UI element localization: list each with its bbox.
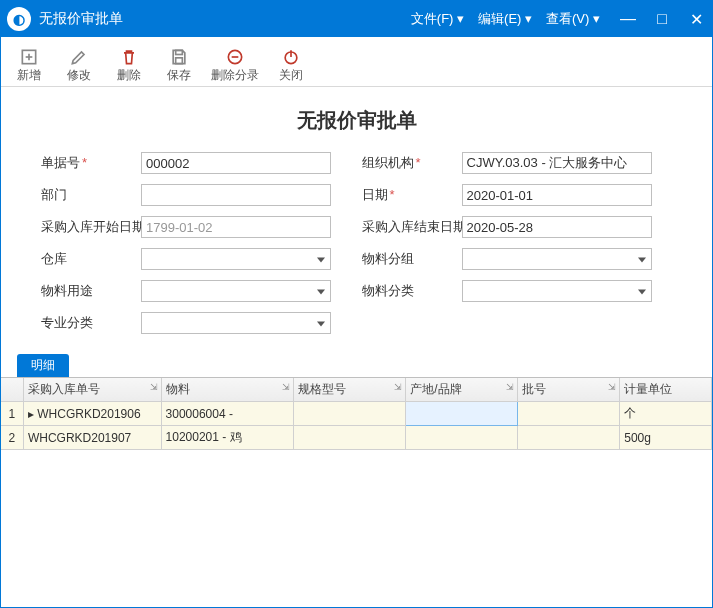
col-origin[interactable]: 产地/品牌⇲ xyxy=(406,378,518,402)
row-number: 1 xyxy=(1,402,23,426)
close-window-button[interactable]: ✕ xyxy=(686,10,706,29)
col-rownum[interactable] xyxy=(1,378,23,402)
cell-unit[interactable]: 个 xyxy=(620,402,712,426)
pin-icon: ⇲ xyxy=(282,382,290,392)
svg-rect-3 xyxy=(176,50,183,54)
pin-icon: ⇲ xyxy=(506,382,514,392)
app-window: ◐ 无报价审批单 文件(F) ▾ 编辑(E) ▾ 查看(V) ▾ — □ ✕ 新… xyxy=(0,0,713,608)
label-dept: 部门 xyxy=(41,186,141,204)
detail-grid: 采购入库单号⇲ 物料⇲ 规格型号⇲ 产地/品牌⇲ 批号⇲ 计量单位 1 ▸ WH… xyxy=(1,377,712,450)
menu-view[interactable]: 查看(V) ▾ xyxy=(546,10,600,28)
label-purchase-end: 采购入库结束日期 xyxy=(362,218,462,236)
form: 单据号* 000002 组织机构* CJWY.03.03 - 汇大服务中心 部门… xyxy=(1,152,712,334)
cell-batch[interactable] xyxy=(518,426,620,450)
label-material-group: 物料分组 xyxy=(362,250,462,268)
cell-material[interactable]: 10200201 - 鸡 xyxy=(161,426,294,450)
minimize-button[interactable]: — xyxy=(618,10,638,29)
col-purchase-doc[interactable]: 采购入库单号⇲ xyxy=(23,378,161,402)
remove-row-icon xyxy=(225,47,245,67)
cell-spec[interactable] xyxy=(294,402,406,426)
save-button[interactable]: 保存 xyxy=(161,47,197,84)
pin-icon: ⇲ xyxy=(150,382,158,392)
new-button[interactable]: 新增 xyxy=(11,47,47,84)
toolbar: 新增 修改 删除 保存 删除分录 关闭 xyxy=(1,37,712,87)
input-dept[interactable] xyxy=(141,184,331,206)
label-spec-cat: 专业分类 xyxy=(41,314,141,332)
menu-file[interactable]: 文件(F) ▾ xyxy=(411,10,464,28)
cell-purchase-doc[interactable]: ▸ WHCGRKD201906 xyxy=(23,402,161,426)
label-org: 组织机构* xyxy=(362,154,462,172)
delete-entry-button[interactable]: 删除分录 xyxy=(211,47,259,84)
label-warehouse: 仓库 xyxy=(41,250,141,268)
input-org[interactable]: CJWY.03.03 - 汇大服务中心 xyxy=(462,152,652,174)
cell-batch[interactable] xyxy=(518,402,620,426)
power-icon xyxy=(281,47,301,67)
close-button[interactable]: 关闭 xyxy=(273,47,309,84)
table-row[interactable]: 1 ▸ WHCGRKD201906 300006004 - 个 xyxy=(1,402,712,426)
delete-button[interactable]: 删除 xyxy=(111,47,147,84)
col-material[interactable]: 物料⇲ xyxy=(161,378,294,402)
trash-icon xyxy=(119,47,139,67)
select-material-use[interactable] xyxy=(141,280,331,302)
cell-spec[interactable] xyxy=(294,426,406,450)
window-controls: — □ ✕ xyxy=(618,10,706,29)
title-bar: ◐ 无报价审批单 文件(F) ▾ 编辑(E) ▾ 查看(V) ▾ — □ ✕ xyxy=(1,1,712,37)
row-number: 2 xyxy=(1,426,23,450)
pencil-icon xyxy=(69,47,89,67)
col-spec[interactable]: 规格型号⇲ xyxy=(294,378,406,402)
cell-origin[interactable] xyxy=(406,402,518,426)
input-date[interactable]: 2020-01-01 xyxy=(462,184,652,206)
window-title: 无报价审批单 xyxy=(39,10,123,28)
save-icon xyxy=(169,47,189,67)
select-material-cat[interactable] xyxy=(462,280,652,302)
label-material-use: 物料用途 xyxy=(41,282,141,300)
app-icon: ◐ xyxy=(7,7,31,31)
cell-unit[interactable]: 500g xyxy=(620,426,712,450)
label-material-cat: 物料分类 xyxy=(362,282,462,300)
input-purchase-end[interactable]: 2020-05-28 xyxy=(462,216,652,238)
select-material-group[interactable] xyxy=(462,248,652,270)
svg-rect-4 xyxy=(176,58,183,64)
cell-purchase-doc[interactable]: WHCGRKD201907 xyxy=(23,426,161,450)
menu-bar: 文件(F) ▾ 编辑(E) ▾ 查看(V) ▾ xyxy=(411,10,600,28)
maximize-button[interactable]: □ xyxy=(652,10,672,29)
page-title: 无报价审批单 xyxy=(1,107,712,134)
label-purchase-start: 采购入库开始日期 xyxy=(41,218,141,236)
pin-icon: ⇲ xyxy=(608,382,616,392)
table-row[interactable]: 2 WHCGRKD201907 10200201 - 鸡 500g xyxy=(1,426,712,450)
cell-material[interactable]: 300006004 - xyxy=(161,402,294,426)
menu-edit[interactable]: 编辑(E) ▾ xyxy=(478,10,532,28)
col-batch[interactable]: 批号⇲ xyxy=(518,378,620,402)
pin-icon: ⇲ xyxy=(394,382,402,392)
content-area: 无报价审批单 单据号* 000002 组织机构* CJWY.03.03 - 汇大… xyxy=(1,87,712,607)
input-doc-no[interactable]: 000002 xyxy=(141,152,331,174)
col-unit[interactable]: 计量单位 xyxy=(620,378,712,402)
tab-bar: 明细 xyxy=(1,354,712,377)
input-purchase-start[interactable]: 1799-01-02 xyxy=(141,216,331,238)
cell-origin[interactable] xyxy=(406,426,518,450)
label-doc-no: 单据号* xyxy=(41,154,141,172)
select-spec-cat[interactable] xyxy=(141,312,331,334)
modify-button[interactable]: 修改 xyxy=(61,47,97,84)
plus-icon xyxy=(19,47,39,67)
grid-header-row: 采购入库单号⇲ 物料⇲ 规格型号⇲ 产地/品牌⇲ 批号⇲ 计量单位 xyxy=(1,378,712,402)
select-warehouse[interactable] xyxy=(141,248,331,270)
label-date: 日期* xyxy=(362,186,462,204)
tab-detail[interactable]: 明细 xyxy=(17,354,69,377)
